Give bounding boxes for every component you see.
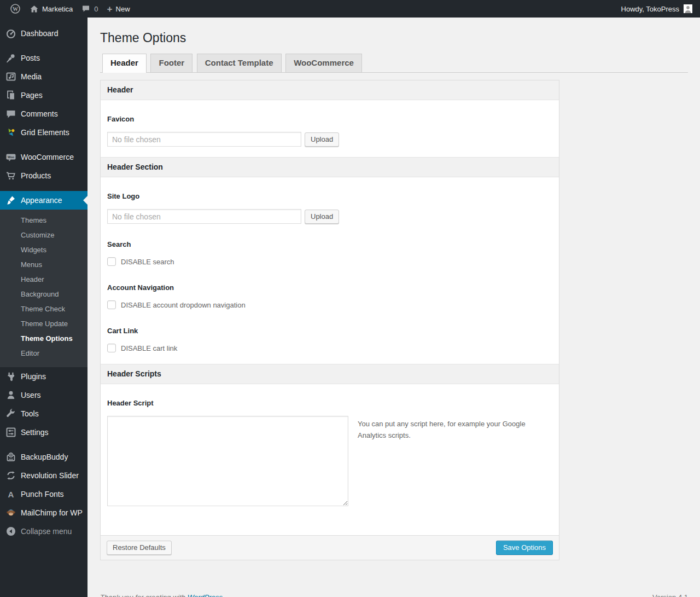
submenu-item-background[interactable]: Background (0, 287, 88, 302)
pushpin-icon (5, 53, 16, 63)
user-icon (5, 390, 16, 401)
account-navigation-label: Account Navigation (107, 283, 552, 292)
tab-footer[interactable]: Footer (150, 54, 192, 72)
menu-separator (0, 43, 88, 49)
favicon-upload-button[interactable]: Upload (305, 132, 339, 147)
brush-icon (5, 195, 16, 206)
sidebar-item-backupbuddy[interactable]: BackupBuddy (0, 448, 88, 466)
header-script-textarea[interactable] (107, 416, 348, 506)
page-title: Theme Options (100, 30, 688, 46)
howdy-user-link[interactable]: Howdy, TokoPress (621, 5, 679, 13)
sidebar-item-label: BackupBuddy (21, 453, 68, 461)
backup-icon (5, 451, 16, 462)
comment-count: 0 (94, 5, 98, 13)
submenu-item-header[interactable]: Header (0, 272, 88, 287)
sidebar-item-tools[interactable]: Tools (0, 404, 88, 423)
site-logo-upload-button[interactable]: Upload (305, 210, 339, 224)
monkey-icon (5, 507, 16, 518)
sidebar-item-plugins[interactable]: Plugins (0, 367, 88, 386)
sidebar-item-label: Tools (21, 409, 39, 418)
sidebar-item-mailchimp[interactable]: MailChimp for WP (0, 503, 88, 522)
disable-cart-link-checkbox[interactable] (107, 344, 116, 352)
wordpress-logo-icon: W (10, 3, 21, 14)
appearance-submenu: Themes Customize Widgets Menus Header Ba… (0, 210, 88, 367)
sidebar-item-label: Appearance (21, 196, 62, 205)
submenu-item-widgets[interactable]: Widgets (0, 242, 88, 257)
sidebar-item-products[interactable]: Products (0, 166, 88, 185)
favicon-file-input[interactable] (107, 132, 301, 147)
submenu-item-editor[interactable]: Editor (0, 346, 88, 361)
pages-icon (5, 90, 16, 101)
sidebar-item-label: Dashboard (21, 29, 59, 38)
collapse-menu-button[interactable]: Collapse menu (0, 522, 88, 541)
sidebar-item-woocommerce[interactable]: Woo WooCommerce (0, 148, 88, 166)
sidebar-item-comments[interactable]: Comments (0, 105, 88, 123)
favicon-label: Favicon (107, 115, 552, 123)
cycle-arrows-icon (5, 470, 16, 481)
wrench-icon (5, 408, 16, 419)
new-content-link[interactable]: + New (103, 0, 135, 18)
plus-icon: + (107, 4, 113, 14)
theme-options-panel: Header Favicon Upload Header Section Sit… (100, 80, 559, 560)
sidebar-item-label: Users (21, 391, 41, 399)
footer-thanks-text: Thank you for creating with WordPress. (100, 593, 225, 597)
comments-link[interactable]: 0 (77, 0, 102, 18)
disable-search-checkbox[interactable] (107, 257, 116, 266)
main-content: Theme Options Header Footer Contact Temp… (88, 18, 700, 597)
sidebar-item-media[interactable]: Media (0, 67, 88, 86)
submenu-item-theme-check[interactable]: Theme Check (0, 302, 88, 316)
submenu-item-theme-options[interactable]: Theme Options (0, 331, 88, 346)
disable-account-nav-checkbox[interactable] (107, 300, 116, 309)
sidebar-item-label: MailChimp for WP (21, 508, 83, 517)
site-name-link[interactable]: Marketica (25, 0, 77, 18)
submenu-item-menus[interactable]: Menus (0, 257, 88, 272)
section-heading-header-section: Header Section (101, 157, 559, 177)
sidebar-item-label: Comments (21, 109, 58, 118)
woocommerce-icon: Woo (5, 152, 16, 163)
footer-thanks-suffix: . (223, 593, 225, 597)
cart-icon (5, 170, 16, 181)
sidebar-item-pages[interactable]: Pages (0, 86, 88, 105)
submenu-item-themes[interactable]: Themes (0, 213, 88, 228)
wordpress-link[interactable]: WordPress (188, 593, 223, 597)
sidebar-item-users[interactable]: Users (0, 386, 88, 404)
sidebar-item-revolution-slider[interactable]: Revolution Slider (0, 466, 88, 485)
sidebar-item-posts[interactable]: Posts (0, 49, 88, 67)
restore-defaults-button[interactable]: Restore Defaults (107, 541, 172, 555)
media-icon (5, 71, 16, 82)
header-script-label: Header Script (107, 399, 552, 407)
sidebar-item-label: Posts (21, 54, 40, 62)
menu-separator (0, 442, 88, 448)
header-script-help-text: You can put any script here, for example… (358, 418, 533, 442)
tab-bar: Header Footer Contact Template WooCommer… (100, 54, 688, 73)
plug-icon (5, 371, 16, 382)
sidebar-item-label: Settings (21, 428, 49, 437)
tab-contact-template[interactable]: Contact Template (197, 54, 282, 72)
sidebar-item-grid-elements[interactable]: Grid Elements (0, 123, 88, 142)
home-icon (30, 4, 39, 14)
dashboard-icon (5, 28, 16, 39)
sidebar-item-dashboard[interactable]: Dashboard (0, 24, 88, 43)
menu-separator (0, 142, 88, 148)
sidebar-item-label: Products (21, 171, 51, 180)
sidebar-item-label: Revolution Slider (21, 471, 79, 480)
save-options-button[interactable]: Save Options (496, 541, 553, 555)
submenu-item-customize[interactable]: Customize (0, 228, 88, 242)
sidebar-item-appearance[interactable]: Appearance (0, 191, 88, 210)
sidebar-item-settings[interactable]: Settings (0, 423, 88, 442)
submenu-item-theme-update[interactable]: Theme Update (0, 316, 88, 331)
svg-text:W: W (13, 6, 18, 12)
page-footer: Thank you for creating with WordPress. V… (100, 593, 688, 597)
admin-bar: W Marketica 0 + New Howdy, TokoPress (0, 0, 700, 18)
site-logo-file-input[interactable] (107, 209, 301, 224)
tab-header[interactable]: Header (102, 54, 147, 73)
tab-woocommerce[interactable]: WooCommerce (285, 54, 362, 72)
disable-search-checkbox-label: DISABLE search (121, 258, 174, 266)
user-avatar[interactable] (684, 4, 692, 13)
wp-logo-menu[interactable]: W (5, 0, 25, 18)
sidebar-item-punch-fonts[interactable]: A Punch Fonts (0, 485, 88, 503)
sliders-icon (5, 427, 16, 438)
sidebar-item-label: WooCommerce (21, 153, 74, 161)
section-heading-header: Header (101, 80, 559, 100)
section-heading-header-scripts: Header Scripts (101, 364, 559, 384)
